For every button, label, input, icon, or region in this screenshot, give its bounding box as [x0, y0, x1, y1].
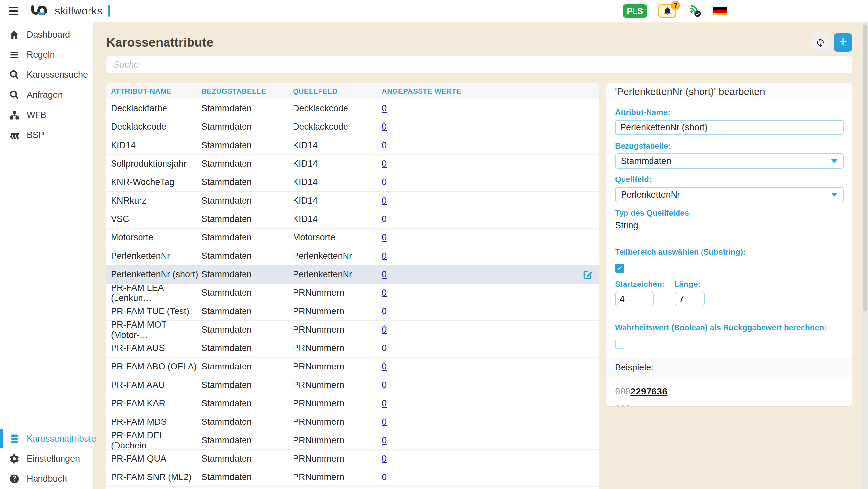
table-cell: KNRkurz: [106, 196, 202, 206]
table-cell: KID14: [293, 159, 382, 169]
sidebar-item-dashboard[interactable]: Dashboard: [0, 25, 93, 45]
table-header-row: ATTRIBUT-NAME BEZUGSTABELLE QUELLFELD AN…: [106, 83, 599, 99]
bezugstabelle-selected-value: Stammdaten: [621, 156, 671, 166]
beispiele-header: Beispiele:: [607, 358, 852, 377]
angepasste-werte-link[interactable]: 0: [382, 343, 386, 353]
table-cell: Stammdaten: [202, 362, 293, 372]
table-cell: Stammdaten: [202, 214, 293, 224]
table-cell: Stammdaten: [202, 417, 293, 427]
table-row[interactable]: DecklackcodeStammdatenDecklackcode0: [106, 118, 599, 136]
edit-panel-title: 'PerlenkettenNr (short)' bearbeiten: [607, 83, 852, 100]
table-row[interactable]: DecklackfarbeStammdatenDecklackcode0: [106, 99, 599, 118]
angepasste-werte-link[interactable]: 0: [382, 177, 386, 187]
plus-icon: +: [839, 35, 847, 49]
table-cell: PR-FAM SNR (ML2): [106, 472, 202, 482]
angepasste-werte-link[interactable]: 0: [382, 140, 386, 150]
sidebar-item-einstellungen[interactable]: Einstellungen: [0, 449, 93, 469]
table-cell: PerlenkettenNr: [293, 251, 382, 261]
help-icon: [9, 473, 20, 484]
angepasste-werte-link[interactable]: 0: [382, 196, 386, 205]
sidebar-item-handbuch[interactable]: Handbuch: [0, 469, 93, 489]
table-row[interactable]: PR-FAM MDSStammdatenPRNummern0: [106, 413, 599, 431]
table-row[interactable]: VSCStammdatenKID140: [106, 210, 599, 229]
angepasste-werte-link[interactable]: 0: [382, 325, 386, 335]
table-row[interactable]: KNRkurzStammdatenKID140: [106, 192, 599, 210]
attribut-name-field[interactable]: [615, 120, 844, 135]
table-row[interactable]: PR-FAM LEA (Lenkun…StammdatenPRNummern0: [106, 284, 599, 302]
boolean-checkbox[interactable]: [615, 340, 624, 349]
boolean-label: Wahrheitswert (Boolean) als Rückggabewer…: [615, 323, 844, 332]
search-input[interactable]: [106, 56, 852, 74]
example-substring-link[interactable]: 2297635: [630, 404, 668, 406]
startzeichen-field[interactable]: [615, 292, 654, 306]
substring-checkbox[interactable]: ✓: [615, 264, 624, 273]
table-row[interactable]: PerlenkettenNr (short)StammdatenPerlenke…: [106, 265, 599, 284]
table-row[interactable]: KID14StammdatenKID140: [106, 136, 599, 155]
table-cell: PRNummern: [293, 417, 382, 427]
angepasste-werte-link[interactable]: 0: [382, 417, 386, 427]
table-row[interactable]: SollproduktionsjahrStammdatenKID140: [106, 155, 599, 173]
sidebar-item-karossensuche[interactable]: Karossensuche: [0, 65, 93, 85]
pls-badge[interactable]: PLS: [623, 4, 647, 18]
page-title: Karossenattribute: [106, 35, 213, 50]
sidebar-item-anfragen[interactable]: Anfragen: [0, 85, 93, 105]
angepasste-werte-link[interactable]: 0: [382, 306, 386, 316]
table-row[interactable]: PR-FAM QUAStammdatenPRNummern0: [106, 450, 599, 468]
quellfeld-select[interactable]: PerlenkettenNr: [615, 187, 844, 202]
language-flag-german[interactable]: [713, 7, 727, 16]
table-cell: Stammdaten: [202, 325, 293, 335]
angepasste-werte-link[interactable]: 0: [382, 454, 386, 464]
chevron-down-icon: [831, 193, 838, 197]
table-row[interactable]: PR-FAM KARStammdatenPRNummern0: [106, 395, 599, 413]
table-cell: PR-FAM KAR: [106, 398, 202, 409]
table-cell: Stammdaten: [202, 343, 293, 353]
angepasste-werte-link[interactable]: 0: [382, 251, 386, 261]
angepasste-werte-link[interactable]: 0: [382, 362, 386, 371]
scrollbar-thumb[interactable]: [863, 25, 867, 311]
table-row[interactable]: KNR-WocheTagStammdatenKID140: [106, 173, 599, 192]
angepasste-werte-link[interactable]: 0: [382, 269, 386, 279]
sidebar-item-bsp[interactable]: BSP: [0, 125, 93, 145]
table-cell: PRNummern: [293, 362, 382, 372]
angepasste-werte-link[interactable]: 0: [382, 288, 386, 298]
angepasste-werte-link[interactable]: 0: [382, 380, 386, 390]
table-row[interactable]: PR-FAM ABO (OFLA)StammdatenPRNummern0: [106, 357, 599, 376]
connection-status-icon[interactable]: [687, 4, 702, 18]
angepasste-werte-link[interactable]: 0: [382, 104, 386, 113]
angepasste-werte-link[interactable]: 0: [382, 122, 386, 132]
hamburger-menu-icon[interactable]: [8, 5, 20, 17]
add-attribute-button[interactable]: +: [834, 33, 852, 52]
bezugstabelle-select[interactable]: Stammdaten: [615, 153, 844, 169]
table-row[interactable]: PR-FAM DEI (Dachein…StammdatenPRNummern0: [106, 431, 599, 450]
angepasste-werte-link[interactable]: 0: [382, 472, 386, 482]
table-cell: Stammdaten: [202, 454, 293, 464]
sidebar-item-wfb[interactable]: WFB: [0, 105, 93, 125]
table-row[interactable]: PR-FAM SNR (ML2)StammdatenPRNummern0: [106, 468, 599, 487]
rules-icon: [9, 49, 20, 60]
table-row[interactable]: PR-FAM AAUStammdatenPRNummern0: [106, 376, 599, 395]
table-row[interactable]: MotorsorteStammdatenMotorsorte0: [106, 229, 599, 247]
laenge-field[interactable]: [675, 292, 705, 306]
database-icon: [9, 433, 20, 444]
table-row[interactable]: PR-FAM AUSStammdatenPRNummern0: [106, 339, 599, 357]
sidebar-item-regeln[interactable]: Regeln: [0, 45, 93, 65]
example-substring-link[interactable]: 2297636: [630, 386, 668, 397]
notifications-button[interactable]: 7: [658, 4, 676, 18]
page-scrollbar[interactable]: [862, 22, 868, 489]
table-row[interactable]: PR-FAM TUE (Test)StammdatenPRNummern0: [106, 302, 599, 321]
angepasste-werte-link[interactable]: 0: [382, 232, 386, 242]
angepasste-werte-link[interactable]: 0: [382, 435, 386, 445]
refresh-button[interactable]: [811, 33, 829, 51]
skillworks-logo-icon: [30, 4, 48, 18]
table-row[interactable]: PerlenkettenNrStammdatenPerlenkettenNr0: [106, 247, 599, 265]
laenge-label: Länge:: [675, 280, 705, 289]
table-cell: Motorsorte: [293, 232, 382, 243]
angepasste-werte-link[interactable]: 0: [382, 398, 386, 408]
angepasste-werte-link[interactable]: 0: [382, 214, 386, 224]
table-cell: PR-FAM TUE (Test): [106, 306, 202, 316]
bridge-icon: [9, 130, 20, 141]
sidebar-item-karossenattribute[interactable]: Karossenattribute: [0, 429, 93, 449]
table-row[interactable]: PR-FAM MOT (Motor-…StammdatenPRNummern0: [106, 321, 599, 339]
edit-icon[interactable]: [582, 269, 593, 280]
angepasste-werte-link[interactable]: 0: [382, 159, 386, 169]
